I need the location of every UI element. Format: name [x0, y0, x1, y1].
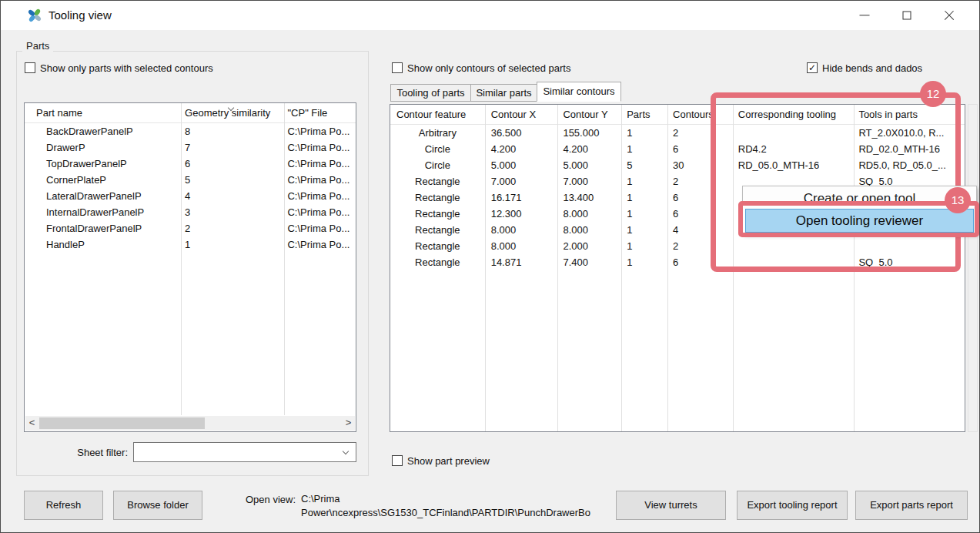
table-cell: 4 [180, 188, 283, 204]
table-row[interactable]: LateralDrawerPanelP4C:\Prima Po... [25, 188, 356, 204]
horizontal-scrollbar[interactable]: < > [25, 416, 355, 431]
table-cell: 3 [180, 204, 283, 220]
table-cell: InternalDrawerPanelP [25, 204, 180, 220]
table-cell: DrawerP [25, 139, 180, 156]
checkmark-icon: ✓ [808, 62, 816, 73]
title-bar: Tooling view [1, 1, 979, 30]
table-row[interactable]: BackDrawerPanelP8C:\Prima Po... [25, 123, 356, 139]
annotation-badge-12: 12 [920, 81, 946, 107]
table-cell: 5.000 [485, 157, 557, 173]
parts-table-header[interactable]: Part name Geometry similarity "CP" File [25, 103, 356, 123]
table-row[interactable]: FrontalDrawerPanelP2C:\Prima Po... [25, 220, 356, 236]
scroll-right-icon[interactable]: > [342, 416, 355, 431]
table-row[interactable]: HandleP1C:\Prima Po... [25, 236, 356, 253]
browse-folder-button[interactable]: Browse folder [113, 491, 202, 520]
table-cell: 1 [620, 173, 667, 189]
table-cell: 2 [180, 220, 283, 236]
table-cell: C:\Prima Po... [283, 123, 356, 139]
column-header-parts[interactable]: Parts [620, 105, 667, 124]
annotation-rect-13 [738, 201, 979, 237]
column-divider [485, 105, 486, 431]
export-parts-report-button[interactable]: Export parts report [855, 491, 968, 520]
parts-table[interactable]: Part name Geometry similarity "CP" File … [24, 102, 356, 432]
table-cell: 12.300 [485, 206, 557, 222]
table-cell: C:\Prima Po... [283, 236, 356, 253]
table-cell: FrontalDrawerPanelP [25, 220, 180, 236]
open-view-path: C:\Prima Power\ncexpress\SG1530_TCFinlan… [301, 492, 610, 520]
show-only-contours-checkbox[interactable] [392, 62, 403, 73]
table-cell: C:\Prima Po... [283, 204, 356, 220]
close-button[interactable] [932, 1, 967, 30]
export-tooling-report-button[interactable]: Export tooling report [737, 491, 848, 520]
table-cell: LateralDrawerPanelP [25, 188, 180, 204]
table-cell: Rectangle [390, 254, 485, 270]
tab-similar-contours[interactable]: Similar contours [537, 82, 621, 102]
column-header-part-name[interactable]: Part name [25, 103, 180, 122]
column-header-contour-x[interactable]: Contour X [485, 105, 557, 124]
column-header-contour-feature[interactable]: Contour feature [390, 105, 485, 124]
chevron-down-icon [343, 448, 349, 454]
column-divider [181, 103, 182, 415]
table-cell: TopDrawerPanelP [25, 156, 180, 172]
table-cell: 16.171 [485, 189, 557, 206]
table-cell: 1 [620, 189, 667, 206]
table-row[interactable]: InternalDrawerPanelP3C:\Prima Po... [25, 204, 356, 220]
table-cell: C:\Prima Po... [283, 188, 356, 204]
vertical-scrollbar[interactable] [968, 104, 978, 432]
window-title: Tooling view [48, 1, 112, 30]
table-cell: 1 [620, 254, 667, 270]
table-cell: 7.400 [557, 254, 620, 270]
show-part-preview-checkbox[interactable] [392, 455, 403, 466]
view-turrets-button[interactable]: View turrets [616, 491, 726, 520]
table-cell: Circle [390, 157, 485, 173]
scroll-left-icon[interactable]: < [25, 416, 38, 431]
table-cell: 7.000 [557, 173, 620, 189]
table-cell: 1 [620, 125, 667, 141]
tab-similar-parts[interactable]: Similar parts [470, 84, 537, 102]
hide-bends-checkbox[interactable]: ✓ [807, 62, 818, 73]
table-cell: Circle [390, 141, 485, 157]
table-cell: 5 [620, 157, 667, 173]
parts-group-label: Parts [22, 40, 53, 52]
annotation-badge-13: 13 [945, 187, 971, 213]
parts-table-body: BackDrawerPanelP8C:\Prima Po...DrawerP7C… [25, 123, 356, 253]
table-cell: 8.000 [485, 222, 557, 238]
table-cell: 1 [620, 141, 667, 157]
open-view-label: Open view: [246, 494, 296, 505]
table-cell: 5.000 [557, 157, 620, 173]
sheet-filter-combobox[interactable] [133, 442, 356, 462]
table-cell: Rectangle [390, 206, 485, 222]
table-cell: CornerPlateP [25, 172, 180, 188]
table-cell: 4.200 [557, 141, 620, 157]
annotation-rect-12 [711, 92, 961, 272]
tab-tooling-of-parts[interactable]: Tooling of parts [390, 84, 471, 102]
table-cell: 8.000 [557, 206, 620, 222]
table-row[interactable]: DrawerP7C:\Prima Po... [25, 139, 356, 156]
table-cell: C:\Prima Po... [283, 220, 356, 236]
column-divider [557, 105, 558, 431]
table-cell: C:\Prima Po... [283, 172, 356, 188]
table-row[interactable]: CornerPlateP5C:\Prima Po... [25, 172, 356, 188]
table-cell: C:\Prima Po... [283, 139, 356, 156]
table-cell: 6 [180, 156, 283, 172]
table-cell: 2.000 [557, 238, 620, 254]
column-divider [621, 105, 622, 431]
maximize-button[interactable] [889, 1, 925, 30]
table-cell: 8.000 [557, 222, 620, 238]
minimize-button[interactable] [847, 1, 882, 30]
column-header-cp-file[interactable]: "CP" File [283, 103, 356, 122]
table-cell: BackDrawerPanelP [25, 123, 180, 139]
table-cell: 7.000 [485, 173, 557, 189]
show-only-parts-checkbox[interactable] [25, 62, 35, 73]
table-cell: Rectangle [390, 189, 485, 206]
table-cell: Arbitrary [390, 125, 485, 141]
table-cell: 1 [180, 236, 283, 253]
table-row[interactable]: TopDrawerPanelP6C:\Prima Po... [25, 156, 356, 172]
app-icon [27, 8, 42, 23]
scrollbar-thumb[interactable] [39, 417, 205, 429]
table-cell: 8 [180, 123, 283, 139]
column-header-contour-y[interactable]: Contour Y [557, 105, 620, 124]
table-cell: Rectangle [390, 173, 485, 189]
table-cell: 13.400 [557, 189, 620, 206]
refresh-button[interactable]: Refresh [24, 491, 103, 520]
